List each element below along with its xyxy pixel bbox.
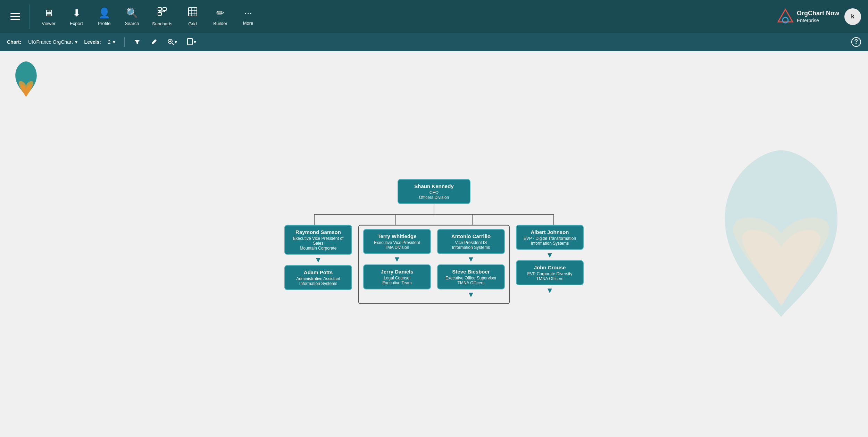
nav-divider-1 bbox=[29, 5, 30, 29]
nav-label-builder: Builder bbox=[213, 21, 227, 26]
col-2: Antonio Carrillo Vice President IS Infor… bbox=[437, 229, 505, 300]
antonio-title: Vice President IS bbox=[443, 240, 499, 245]
brand-logo-icon bbox=[777, 8, 794, 25]
root-node-name: Shaun Kennedy bbox=[403, 183, 465, 189]
raymond-name: Raymond Samson bbox=[290, 229, 347, 235]
levels-chevron-icon: ▾ bbox=[113, 39, 115, 45]
watermark-logo bbox=[694, 51, 868, 437]
org-node-adam[interactable]: Adam Potts Administrative Assistant Info… bbox=[284, 265, 352, 290]
adam-dept: Information Systems bbox=[290, 281, 347, 286]
nav-item-subcharts[interactable]: Subcharts bbox=[146, 4, 179, 29]
navbar: 🖥 Viewer ⬇ Export 👤 Profile 🔍 Search Sub… bbox=[0, 0, 868, 33]
chart-value: UK/France OrgChart bbox=[28, 39, 73, 45]
nav-item-export[interactable]: ⬇ Export bbox=[62, 5, 90, 29]
antonio-dept: Information Systems bbox=[443, 245, 499, 250]
arrow-down-0: ▼ bbox=[315, 256, 322, 264]
levels-value: 2 bbox=[108, 39, 111, 45]
john-name: John Crouse bbox=[521, 264, 578, 270]
page-icon bbox=[187, 38, 194, 46]
svg-rect-1 bbox=[163, 8, 166, 10]
svg-rect-6 bbox=[189, 8, 197, 16]
jerry-dept: Executive Team bbox=[369, 280, 425, 285]
raymond-dept: Mountain Corporate bbox=[290, 246, 347, 251]
terry-title: Executive Vice President bbox=[369, 240, 425, 245]
org-node-terry[interactable]: Terry Whitledge Executive Vice President… bbox=[363, 229, 431, 254]
svg-rect-0 bbox=[158, 8, 161, 10]
zoom-icon bbox=[167, 38, 175, 46]
arrow-down-3: ▼ bbox=[546, 251, 554, 259]
arrow-down-steve: ▼ bbox=[467, 291, 475, 299]
terry-dept: TMA Division bbox=[369, 245, 425, 250]
page-button[interactable]: ▾ bbox=[184, 36, 199, 48]
zoom-button[interactable]: ▾ bbox=[164, 36, 180, 48]
nav-item-viewer[interactable]: 🖥 Viewer bbox=[35, 5, 62, 29]
level1-row: Raymond Samson Executive Vice President … bbox=[284, 225, 584, 304]
chart-selector[interactable]: UK/France OrgChart ▾ bbox=[25, 38, 80, 46]
nav-item-search[interactable]: 🔍 Search bbox=[118, 5, 146, 29]
terry-name: Terry Whitledge bbox=[369, 233, 425, 239]
org-node-john[interactable]: John Crouse EVP Corporate Diversity TMNA… bbox=[516, 260, 584, 285]
page-chevron-icon: ▾ bbox=[194, 39, 196, 45]
steve-dept: TMNA Officers bbox=[443, 280, 499, 285]
zoom-chevron-icon: ▾ bbox=[175, 39, 177, 45]
profile-icon: 👤 bbox=[98, 7, 110, 19]
albert-dept: Information Systems bbox=[521, 241, 578, 246]
org-node-jerry[interactable]: Jerry Daniels Legal Counsel Executive Te… bbox=[363, 264, 431, 289]
nav-label-profile: Profile bbox=[98, 21, 111, 26]
root-connector-svg bbox=[278, 204, 590, 225]
hamburger-menu[interactable] bbox=[7, 10, 24, 23]
brand-name: OrgChart Now bbox=[797, 9, 839, 17]
grid-icon bbox=[188, 7, 198, 19]
nav-label-subcharts: Subcharts bbox=[152, 21, 173, 26]
toolbar-separator-1 bbox=[124, 37, 125, 47]
toolbar: Chart: UK/France OrgChart ▾ Levels: 2 ▾ … bbox=[0, 33, 868, 51]
antonio-name: Antonio Carrillo bbox=[443, 233, 499, 239]
org-node-antonio[interactable]: Antonio Carrillo Vice President IS Infor… bbox=[437, 229, 505, 254]
small-logo bbox=[10, 58, 42, 100]
brand-plan: Enterprise bbox=[797, 17, 839, 24]
chart-label: Chart: bbox=[7, 39, 21, 45]
user-avatar[interactable]: k bbox=[844, 8, 861, 25]
albert-name: Albert Johnson bbox=[521, 229, 578, 235]
brand-logo: OrgChart Now Enterprise bbox=[777, 8, 839, 25]
col-3: Albert Johnson EVP - Digital Transformat… bbox=[516, 225, 584, 296]
filter-button[interactable] bbox=[131, 36, 143, 48]
org-node-root[interactable]: Shaun Kennedy CEO Officers Division bbox=[398, 179, 470, 204]
root-node-dept: Officers Division bbox=[403, 195, 465, 200]
jerry-name: Jerry Daniels bbox=[369, 269, 425, 275]
nav-item-builder[interactable]: ✏ Builder bbox=[207, 5, 234, 29]
org-node-raymond[interactable]: Raymond Samson Executive Vice President … bbox=[284, 225, 352, 255]
nav-label-search: Search bbox=[125, 21, 139, 26]
brand-text: OrgChart Now Enterprise bbox=[797, 9, 839, 24]
org-node-albert[interactable]: Albert Johnson EVP - Digital Transformat… bbox=[516, 225, 584, 250]
nav-item-grid[interactable]: Grid bbox=[179, 4, 207, 29]
filter-icon bbox=[134, 39, 141, 45]
svg-rect-2 bbox=[158, 12, 161, 15]
svg-line-14 bbox=[172, 43, 174, 45]
more-icon: ··· bbox=[244, 7, 252, 18]
levels-selector[interactable]: 2 ▾ bbox=[105, 38, 118, 46]
nav-item-profile[interactable]: 👤 Profile bbox=[90, 5, 118, 29]
pencil-button[interactable] bbox=[148, 36, 160, 48]
org-node-steve[interactable]: Steve Biesboer Executive Office Supervis… bbox=[437, 264, 505, 289]
help-button[interactable]: ? bbox=[851, 37, 861, 47]
export-icon: ⬇ bbox=[73, 7, 81, 19]
arrow-down-john: ▼ bbox=[546, 287, 554, 294]
chart-chevron-icon: ▾ bbox=[75, 39, 77, 45]
group-box-middle: Terry Whitledge Executive Vice President… bbox=[358, 225, 510, 304]
albert-title: EVP - Digital Transformation bbox=[521, 236, 578, 241]
nav-label-grid: Grid bbox=[188, 21, 197, 26]
nav-label-more: More bbox=[243, 20, 253, 26]
canvas[interactable]: Shaun Kennedy CEO Officers Division Raym… bbox=[0, 51, 868, 437]
col-0: Raymond Samson Executive Vice President … bbox=[284, 225, 352, 290]
svg-marker-11 bbox=[778, 9, 793, 22]
adam-title: Administrative Assistant bbox=[290, 276, 347, 281]
builder-icon: ✏ bbox=[216, 7, 224, 19]
pencil-icon bbox=[150, 39, 157, 45]
search-icon: 🔍 bbox=[126, 7, 138, 19]
nav-item-more[interactable]: ··· More bbox=[234, 5, 262, 28]
col-1: Terry Whitledge Executive Vice President… bbox=[363, 229, 431, 300]
john-title: EVP Corporate Diversity bbox=[521, 271, 578, 276]
adam-name: Adam Potts bbox=[290, 269, 347, 275]
root-node-title: CEO bbox=[403, 190, 465, 195]
